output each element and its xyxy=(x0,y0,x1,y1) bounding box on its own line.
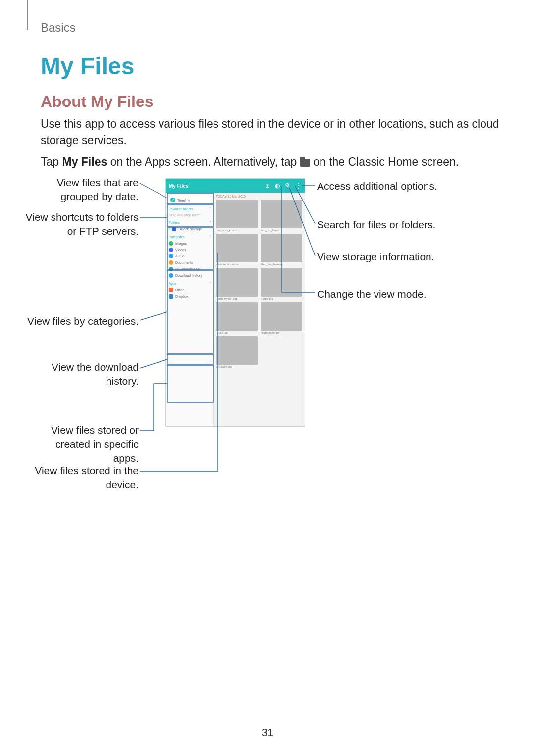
callout-apps: View files stored or created in specific… xyxy=(27,423,139,465)
download-history-icon xyxy=(169,273,173,278)
para2-bold: My Files xyxy=(62,155,107,168)
thumbnail-grid: hangouts_incom... king_ed_heron... Wonde… xyxy=(216,200,302,368)
para2-d: on the Classic Home screen. xyxy=(310,155,459,168)
thumbnail[interactable]: Nightscape.jpg xyxy=(261,302,302,334)
intro-paragraph-1: Use this app to access various files sto… xyxy=(41,116,500,149)
callout-categories: View files by categories. xyxy=(20,314,139,328)
chevron-up-icon: ˄ xyxy=(209,235,211,239)
section-label: Basics xyxy=(41,21,500,35)
sidebar-timeline[interactable]: ✓ Timeline xyxy=(168,196,211,204)
sidebar-folders-header[interactable]: Folders˄ xyxy=(169,220,211,225)
para2-a: Tap xyxy=(41,155,62,168)
intro-paragraph-2: Tap My Files on the Apps screen. Alterna… xyxy=(41,154,500,170)
svg-line-6 xyxy=(140,183,167,198)
sidebar-app-office[interactable]: Office xyxy=(168,287,211,293)
app-title: My Files xyxy=(169,183,188,189)
svg-line-9 xyxy=(140,359,167,368)
manual-page: Basics My Files About My Files Use this … xyxy=(0,0,535,756)
thumbnail[interactable]: Forest.jpg xyxy=(261,268,302,300)
callout-device: View files stored in the device. xyxy=(35,464,139,492)
thumbnail[interactable]: hangouts_incom... xyxy=(216,200,258,232)
folder-icon xyxy=(300,159,310,167)
sidebar-apps-header[interactable]: Apps˄ xyxy=(169,281,211,286)
callout-viewmode: Change the view mode. xyxy=(317,287,476,301)
chevron-up-icon: ˄ xyxy=(209,220,211,225)
sidebar-categories-header[interactable]: Categories˄ xyxy=(169,235,211,239)
documents-icon xyxy=(169,260,173,265)
downloaded-apps-icon xyxy=(169,267,173,271)
callout-timeline: View files that are grouped by date. xyxy=(40,176,139,204)
sidebar-fav-hint: Drag and drop folder... xyxy=(168,212,211,218)
chevron-up-icon: ˄ xyxy=(209,281,211,286)
callout-options: Access additional options. xyxy=(317,179,476,193)
sidebar-cat-downloaded-apps[interactable]: Downloaded Ap... xyxy=(168,266,211,272)
sidebar-cat-videos[interactable]: Videos xyxy=(168,247,211,253)
office-icon xyxy=(169,288,173,292)
device-storage-icon xyxy=(172,227,176,231)
app-main: TODAY 31 Mar 2015 hangouts_incom... king… xyxy=(214,193,305,426)
sidebar-cat-docs[interactable]: Documents xyxy=(168,259,211,266)
images-icon xyxy=(169,241,173,246)
callout-search: Search for files or folders. xyxy=(317,218,476,232)
app-topbar: My Files ⊞ ◐ 🔍︎ ⋮ xyxy=(166,179,305,193)
app-sidebar: ✓ Timeline Favourite folders˄ Drag and d… xyxy=(166,193,214,426)
dropbox-icon xyxy=(169,294,173,299)
search-icon[interactable]: 🔍︎ xyxy=(285,182,291,189)
page-number: 31 xyxy=(0,726,535,739)
sidebar-cat-audio[interactable]: Audio xyxy=(168,253,211,259)
timeline-check-icon: ✓ xyxy=(170,198,175,202)
timeline-label: Timeline xyxy=(177,199,190,202)
chevron-up-icon: ˄ xyxy=(209,207,211,211)
callout-storage: View storage information. xyxy=(317,250,476,264)
app-screenshot: My Files ⊞ ◐ 🔍︎ ⋮ ✓ Timeline Favourite f… xyxy=(165,178,305,427)
topbar-icons: ⊞ ◐ 🔍︎ ⋮ xyxy=(265,182,302,189)
svg-line-8 xyxy=(140,312,167,320)
page-title: My Files xyxy=(41,52,500,80)
videos-icon xyxy=(169,248,173,252)
para2-c: on the Apps screen. Alternatively, tap xyxy=(107,155,300,168)
storage-icon[interactable]: ◐ xyxy=(275,182,280,189)
sidebar-app-dropbox[interactable]: Dropbox xyxy=(168,293,211,300)
sidebar-device-storage[interactable]: ›Device storage xyxy=(168,226,211,232)
more-icon[interactable]: ⋮ xyxy=(296,182,302,189)
callout-shortcuts: View shortcuts to folders or FTP servers… xyxy=(20,210,139,239)
thumbnail[interactable]: Wonder of nature... xyxy=(216,234,258,266)
sidebar-cat-images[interactable]: Images xyxy=(168,240,211,247)
margin-rule xyxy=(27,0,28,30)
sidebar-fav-header[interactable]: Favourite folders˄ xyxy=(169,207,211,211)
date-header: TODAY 31 Mar 2015 xyxy=(216,195,302,198)
sidebar-cat-download-history[interactable]: Download history xyxy=(168,272,211,279)
thumbnail[interactable]: Red_like_heaven... xyxy=(261,234,302,266)
view-mode-icon[interactable]: ⊞ xyxy=(265,182,270,189)
callout-download: View the download history. xyxy=(40,360,139,389)
thumbnail[interactable]: king_ed_heron... xyxy=(261,200,302,232)
thumbnail[interactable]: Ferris Wheel.jpg xyxy=(216,268,258,300)
thumbnail[interactable]: Structure.jpg xyxy=(216,336,258,368)
thumbnail[interactable]: Fruits.jpg xyxy=(216,302,258,334)
page-subtitle: About My Files xyxy=(41,93,500,111)
audio-icon xyxy=(169,254,173,258)
